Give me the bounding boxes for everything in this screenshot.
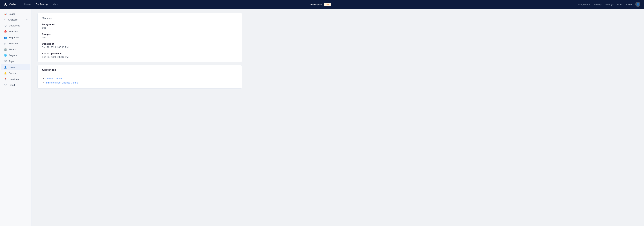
detail-section: 35 meters Foreground true Stopped true U… [38, 13, 242, 62]
sidebar-item-events[interactable]: 🔔 Events [1, 70, 30, 76]
user-avatar[interactable]: 👤 [635, 2, 640, 7]
list-item: Chelsea Centro [46, 77, 238, 80]
app-logo[interactable]: Radar [4, 2, 17, 6]
geofence-link-chelsea-centro[interactable]: Chelsea Centro [46, 77, 62, 80]
sidebar-item-beacons[interactable]: 🎯 Beacons [1, 29, 30, 34]
env-badge[interactable]: Test [324, 3, 331, 6]
actual-updated-at-label: Actual updated at [42, 52, 238, 55]
geofences-title: Geofences [38, 65, 242, 74]
sidebar-item-simulator[interactable]: ▷ Simulator [1, 40, 30, 46]
content-area: 35 meters Foreground true Stopped true U… [32, 9, 248, 93]
workspace-selector: Radar-jsani Test ▾ [310, 3, 334, 6]
sidebar-label-users: Users [9, 66, 15, 69]
foreground-value: true [42, 26, 238, 29]
nav-geofencing[interactable]: Geofencing [34, 2, 50, 7]
analytics-chevron: ▾ [26, 18, 28, 21]
foreground-row: Foreground true [42, 23, 238, 29]
docs-link[interactable]: Integrations [578, 3, 590, 6]
actual-updated-at-row: Actual updated at Sep 22, 2023 1:06:16 P… [42, 52, 238, 58]
sidebar-item-regions[interactable]: 🌐 Regions [1, 52, 30, 58]
sidebar-item-trips[interactable]: 🗺 Trips [1, 58, 30, 64]
sidebar-label-events: Events [9, 72, 16, 74]
env-dropdown-chevron[interactable]: ▾ [332, 3, 334, 5]
sidebar-item-geofences[interactable]: ⬡ Geofences [1, 23, 30, 28]
top-nav-links: Home Geofencing Maps [22, 2, 578, 7]
stopped-value: true [42, 36, 238, 39]
privacy-link[interactable]: Privacy [594, 3, 602, 6]
geofences-list: Chelsea Centro 3 minutes from Chelsea Ce… [38, 74, 242, 88]
sidebar-item-segments[interactable]: 👥 Segments [1, 34, 30, 40]
updated-at-row: Updated at Sep 22, 2023 1:06:16 PM [42, 42, 238, 49]
sidebar-label-analytics: Analytics [8, 18, 18, 21]
users-icon: 👤 [4, 66, 7, 69]
analytics-icon: 〰 [4, 18, 6, 21]
sidebar-label-usage: Usage [9, 12, 16, 15]
locations-icon: 📍 [4, 78, 7, 80]
geofences-icon: ⬡ [4, 24, 7, 27]
list-item: 3 minutes from Chelsea Centro [46, 81, 238, 84]
settings-link[interactable]: Settings [605, 3, 614, 6]
stopped-row: Stopped true [42, 33, 238, 39]
nav-maps[interactable]: Maps [51, 2, 60, 7]
updated-at-value: Sep 22, 2023 1:06:16 PM [42, 46, 238, 49]
sidebar-item-fraud[interactable]: 🛡 Fraud [1, 82, 30, 88]
accuracy-row: 35 meters [42, 17, 238, 19]
places-icon: 🏢 [4, 48, 7, 51]
stopped-label: Stopped [42, 33, 238, 35]
updated-at-label: Updated at [42, 42, 238, 45]
geofence-link-3min-chelsea-centro[interactable]: 3 minutes from Chelsea Centro [46, 81, 78, 84]
segments-icon: 👥 [4, 36, 7, 39]
sidebar-label-locations: Locations [9, 78, 19, 80]
sidebar-item-locations[interactable]: 📍 Locations [1, 76, 30, 82]
sidebar-label-simulator: Simulator [9, 42, 18, 45]
radar-icon [4, 2, 7, 6]
foreground-label: Foreground [42, 23, 238, 26]
sidebar: 📊 Usage 〰 Analytics ▾ ⬡ Geofences 🎯 Beac… [0, 9, 32, 226]
main-content: 35 meters Foreground true Stopped true U… [32, 9, 644, 226]
sidebar-label-segments: Segments [9, 36, 19, 39]
nav-home[interactable]: Home [22, 2, 32, 7]
chart-icon: 📊 [4, 12, 7, 15]
trips-icon: 🗺 [4, 60, 7, 63]
geofences-items: Chelsea Centro 3 minutes from Chelsea Ce… [42, 77, 238, 84]
workspace-name: Radar-jsani [310, 3, 322, 6]
sidebar-label-geofences: Geofences [9, 24, 20, 27]
docs-button[interactable]: Docs [617, 3, 622, 6]
sidebar-label-beacons: Beacons [9, 30, 18, 33]
events-icon: 🔔 [4, 72, 7, 74]
fraud-icon: 🛡 [4, 83, 7, 86]
sidebar-item-analytics[interactable]: 〰 Analytics ▾ [1, 17, 30, 22]
sidebar-item-places[interactable]: 🏢 Places [1, 46, 30, 52]
sidebar-label-regions: Regions [9, 54, 17, 57]
top-nav: Radar Home Geofencing Maps Radar-jsani T… [0, 0, 644, 9]
simulator-icon: ▷ [4, 42, 7, 45]
beacons-icon: 🎯 [4, 30, 7, 33]
actual-updated-at-value: Sep 22, 2023 1:06:16 PM [42, 56, 238, 58]
svg-marker-0 [4, 3, 7, 6]
sidebar-item-users[interactable]: 👤 Users [1, 64, 30, 70]
geofences-panel: Geofences Chelsea Centro 3 minutes from … [38, 65, 242, 89]
regions-icon: 🌐 [4, 54, 7, 57]
sidebar-label-trips: Trips [9, 60, 14, 63]
invite-button[interactable]: Invite [626, 3, 632, 6]
top-nav-right: Integrations Privacy Settings Docs Invit… [578, 2, 640, 7]
accuracy-value: 35 meters [42, 17, 238, 19]
app-name: Radar [9, 3, 17, 6]
sidebar-item-usage[interactable]: 📊 Usage [1, 11, 30, 17]
sidebar-label-places: Places [9, 48, 16, 51]
sidebar-label-fraud: Fraud [9, 84, 15, 86]
